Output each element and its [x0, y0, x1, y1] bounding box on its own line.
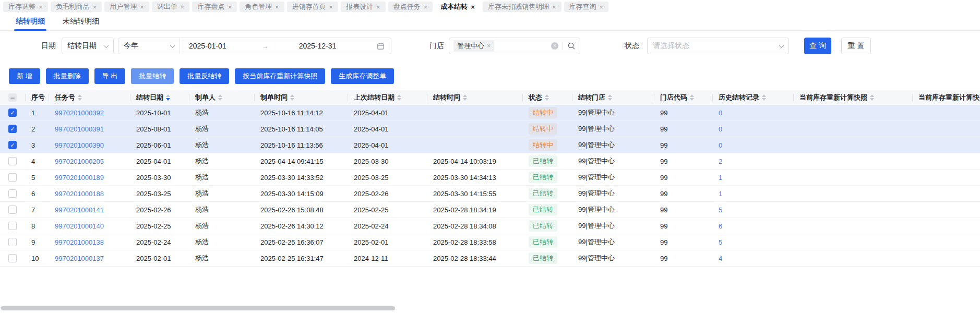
window-tab[interactable]: 报表设计×: [341, 2, 386, 12]
tab-close-icon[interactable]: ×: [39, 4, 43, 10]
task-number-link[interactable]: 9970201000138: [55, 238, 104, 246]
task-number-link[interactable]: 9970201000188: [55, 190, 104, 198]
row-checkbox[interactable]: ✓: [8, 109, 17, 117]
tab-close-icon[interactable]: ×: [228, 4, 232, 10]
sort-icon[interactable]: [78, 94, 82, 101]
header-cell-status[interactable]: 状态: [522, 90, 572, 105]
tab-close-icon[interactable]: ×: [93, 4, 97, 10]
tag-close-icon[interactable]: ×: [487, 43, 491, 49]
tab-close-icon[interactable]: ×: [424, 4, 428, 10]
window-tab[interactable]: 库存未扣减销售明细×: [483, 2, 561, 12]
task-number-link[interactable]: 9970201000141: [55, 206, 104, 214]
history-records-link[interactable]: 0: [719, 109, 722, 117]
date-preset-select[interactable]: 今年: [118, 38, 180, 54]
row-checkbox[interactable]: [8, 157, 17, 165]
search-button[interactable]: 查 询: [804, 38, 831, 54]
history-records-link[interactable]: 1: [719, 190, 722, 198]
subtab[interactable]: 结转明细: [16, 13, 45, 31]
window-tab[interactable]: 角色管理×: [240, 2, 284, 12]
sort-icon[interactable]: [762, 94, 766, 101]
window-tab[interactable]: 用户管理×: [104, 2, 149, 12]
row-checkbox[interactable]: [8, 189, 17, 198]
history-records-link[interactable]: 5: [719, 238, 722, 246]
sort-icon[interactable]: [870, 94, 874, 101]
action-export-button[interactable]: 导 出: [94, 68, 126, 84]
task-number-link[interactable]: 9970201000137: [55, 255, 104, 262]
sort-icon[interactable]: [463, 94, 467, 101]
row-checkbox[interactable]: [8, 222, 17, 230]
row-checkbox[interactable]: ✓: [8, 141, 17, 149]
window-tab[interactable]: 负毛利商品×: [51, 2, 102, 12]
header-select-all-checkbox[interactable]: [8, 93, 17, 102]
header-cell-select[interactable]: [0, 90, 25, 105]
tab-close-icon[interactable]: ×: [376, 4, 380, 10]
date-type-select[interactable]: 结转日期: [62, 38, 114, 54]
window-tab[interactable]: 库存调整×: [3, 2, 48, 12]
sort-icon[interactable]: [397, 94, 401, 101]
clear-icon[interactable]: ×: [551, 42, 558, 50]
history-records-link[interactable]: 2: [719, 158, 722, 165]
tab-close-icon[interactable]: ×: [275, 4, 279, 10]
header-cell-snapshot2[interactable]: 当前库存重新计算快照: [912, 90, 980, 105]
window-tab[interactable]: 调出单×: [152, 2, 190, 12]
header-cell-snapshot[interactable]: 当前库存重新计算快照: [793, 90, 912, 105]
header-cell-carry_date[interactable]: 结转日期: [130, 90, 189, 105]
header-cell-creator[interactable]: 制单人: [189, 90, 254, 105]
header-cell-carry_time[interactable]: 结转时间: [427, 90, 522, 105]
window-tab[interactable]: 库存盘点×: [192, 2, 237, 12]
history-records-link[interactable]: 6: [719, 222, 722, 230]
sort-icon[interactable]: [545, 94, 549, 101]
scrollbar-thumb[interactable]: [1, 306, 395, 310]
sort-icon[interactable]: [218, 94, 222, 101]
action-batch-delete-button[interactable]: 批量删除: [46, 68, 89, 84]
row-checkbox[interactable]: [8, 173, 17, 182]
task-number-link[interactable]: 9970201000140: [55, 222, 104, 230]
action-generate-stock-adjustment-button[interactable]: 生成库存调整单: [331, 68, 394, 84]
store-input[interactable]: 管理中心 × ×: [449, 38, 580, 54]
header-cell-history_records[interactable]: 历史结转记录: [712, 90, 793, 105]
sort-icon[interactable]: [166, 94, 170, 101]
tab-close-icon[interactable]: ×: [471, 4, 475, 10]
row-checkbox[interactable]: [8, 206, 17, 214]
row-checkbox[interactable]: [8, 238, 17, 246]
date-end-value[interactable]: 2025-12-31: [299, 42, 337, 50]
history-records-link[interactable]: 5: [719, 206, 722, 214]
status-select[interactable]: 请选择状态: [647, 38, 789, 54]
row-checkbox[interactable]: ✓: [8, 125, 17, 133]
window-tab[interactable]: 进销存首页×: [287, 2, 339, 12]
task-number-link[interactable]: 9970201000392: [55, 109, 104, 117]
header-cell-create_time[interactable]: 制单时间: [254, 90, 348, 105]
window-tab[interactable]: 盘点任务×: [388, 2, 433, 12]
task-number-link[interactable]: 9970201000391: [55, 125, 104, 133]
tab-close-icon[interactable]: ×: [600, 4, 604, 10]
window-tab[interactable]: 库存查询×: [564, 2, 609, 12]
history-records-link[interactable]: 4: [719, 255, 722, 262]
date-range-picker[interactable]: 2025-01-01 → 2025-12-31: [180, 38, 391, 54]
search-icon[interactable]: [567, 42, 576, 50]
action-recalc-snapshot-by-current-stock-button[interactable]: 按当前库存重新计算快照: [235, 68, 325, 84]
task-number-link[interactable]: 9970201000205: [55, 158, 104, 165]
history-records-link[interactable]: 0: [719, 141, 722, 149]
sort-icon[interactable]: [290, 94, 294, 101]
header-cell-store_code[interactable]: 门店代码: [654, 90, 712, 105]
header-cell-store[interactable]: 结转门店: [572, 90, 654, 105]
window-tab[interactable]: 成本结转×: [435, 2, 480, 12]
date-start-value[interactable]: 2025-01-01: [189, 42, 226, 50]
subtab[interactable]: 未结转明细: [63, 13, 99, 31]
horizontal-scrollbar[interactable]: [0, 306, 980, 310]
history-records-link[interactable]: 1: [719, 174, 722, 182]
action-batch-reverse-carryover-button[interactable]: 批量反结转: [180, 68, 229, 84]
tab-close-icon[interactable]: ×: [181, 4, 185, 10]
tab-close-icon[interactable]: ×: [552, 4, 556, 10]
sort-icon[interactable]: [690, 94, 694, 101]
history-records-link[interactable]: 0: [719, 125, 722, 133]
tab-close-icon[interactable]: ×: [140, 4, 144, 10]
task-number-link[interactable]: 9970201000390: [55, 141, 104, 149]
task-number-link[interactable]: 9970201000189: [55, 174, 104, 182]
header-cell-last_carry_date[interactable]: 上次结转日期: [348, 90, 427, 105]
tab-close-icon[interactable]: ×: [329, 4, 333, 10]
sort-icon[interactable]: [608, 94, 612, 101]
row-checkbox[interactable]: [8, 254, 17, 262]
reset-button[interactable]: 重 置: [841, 38, 871, 54]
action-batch-carryover-button[interactable]: 批量结转: [131, 68, 174, 84]
